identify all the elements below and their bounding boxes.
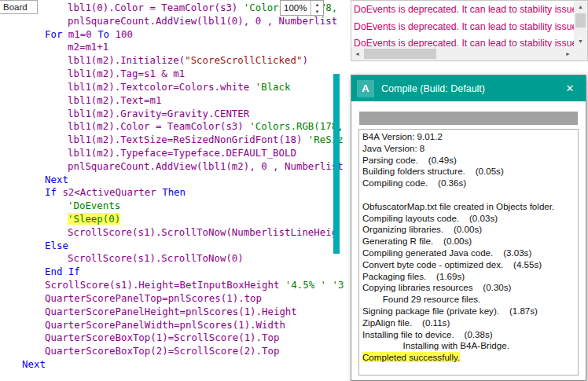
zoom-up-button[interactable]: ▲ [311,1,323,8]
code-line[interactable]: QuarterScorePanelWidth=pnlScores(1).Widt… [0,319,344,332]
zoom-spinner-arrows: ▲ ▼ [311,1,323,15]
code-line[interactable]: If s2<ActiveQuarter Then [0,186,344,200]
code-segment: QuarterScoreBoxTop(1)=ScrollScore(1).Top [45,332,279,343]
code-segment: pnlSquareCount.AddView(lbl1(m2), 0 , Num… [68,160,344,172]
code-segment: lbl1(0).Color = TeamColor(s3) [68,2,244,13]
compile-log-line: Packaging files. (1.69s) [362,271,575,283]
code-line[interactable]: Next [0,358,344,372]
b4a-logo-icon: A [357,80,374,97]
warnings-log-panel: DoEvents is deprecated. It can lead to s… [351,0,588,61]
code-segment: pnlSquareCount.AddView(lbl1(0), 0 , Numb… [68,15,337,27]
code-line[interactable]: pnlSquareCount.AddView(lbl1(0), 0 , Numb… [0,15,344,28]
code-segment: If [45,186,57,198]
code-line[interactable]: QuarterScoreBoxTop(2)=ScrollScore(2).Top [0,345,344,358]
compile-log-line: Compiling layouts code. (0.03s) [362,213,575,225]
module-tab-board[interactable]: Board [0,0,38,14]
compile-progress-bar [359,112,578,125]
code-segment: lbl1(m2).Typeface=Typeface.DEFAULT_BOLD [68,147,296,159]
code-line[interactable]: 'Sleep(0) [0,213,344,226]
code-segment: lbl1(m2).Initialize( [68,54,185,66]
b4a-ide-screen: lbl1(0).Color = TeamColor(s3) 'Colors.RG… [0,0,588,381]
code-line[interactable]: ScrollScore(s1).ScrollToNow(NumberlistLi… [0,226,344,240]
scrollbar-corner [574,47,587,60]
compile-log-line: Java Version: 8 [362,143,575,155]
code-line[interactable]: lbl1(m2).TextSize=ReSizedNonGridFont(18)… [0,134,344,147]
scroll-up-icon[interactable]: ▲ [574,1,587,13]
code-line[interactable]: QuarterScoreBoxTop(1)=ScrollScore(1).Top [0,332,344,345]
compile-log-line: Parsing code. (0.49s) [362,155,575,167]
scroll-right-icon[interactable]: ► [562,47,574,60]
code-line[interactable]: End If [0,266,344,279]
code-segment: lbl1(m2).Textcolor=Colors.white [68,81,255,93]
code-segment: Else [45,240,68,251]
code-segment: 'Colors.RGB(178, [249,120,343,132]
code-line[interactable]: pnlSquareCount.AddView(lbl1(m2), 0 , Num… [0,160,344,174]
code-line[interactable]: lbl1(m2).Initialize("ScoreScrollClicked"… [0,54,344,68]
code-lines[interactable]: lbl1(0).Color = TeamColor(s3) 'Colors.RG… [0,2,344,372]
code-segment: m2=m1+1 [68,41,108,53]
code-segment: lbl1(m2).Gravity=Gravity.CENTER [68,108,249,119]
code-segment: 'Black [255,81,291,93]
compile-log-line: Installing with B4A-Bridge. [362,340,575,352]
compile-log-line: ZipAlign file. (0.11s) [362,317,575,329]
code-line[interactable]: lbl1(m2).Gravity=Gravity.CENTER [0,108,344,121]
vertical-scrollbar[interactable]: ▲ ▼ [574,1,587,47]
code-segment: lbl1(m2).Text=m1 [68,94,161,106]
code-segment: 'DoEvents [68,200,120,211]
compile-success-highlight: Completed successfully. [362,352,460,362]
code-line[interactable]: lbl1(m2).Text=m1 [0,94,344,108]
code-line[interactable]: m2=m1+1 [0,41,344,54]
code-segment: lbl1(m2).TextSize=ReSizedNonGridFont(18) [68,134,308,145]
code-segment: To [97,28,109,40]
vertical-scroll-thumb[interactable] [575,13,586,27]
code-line[interactable]: Next [0,174,344,187]
warning-log-item[interactable]: DoEvents is deprecated. It can lead to s… [354,2,574,19]
zoom-value[interactable]: 100% [281,1,311,15]
code-segment: QuarterScorePanelWidth=pnlScores(1).Widt… [45,319,285,331]
warnings-list: DoEvents is deprecated. It can lead to s… [354,2,574,47]
compile-log-line: Completed successfully. [362,352,575,364]
code-segment: ScrollScore(s1).ScrollToNow(NumberlistLi… [68,226,337,238]
compile-log-output: B4A Version: 9.01.2Java Version: 8Parsin… [358,129,579,376]
close-icon[interactable]: ✕ [560,82,580,94]
zoom-spinner[interactable]: 100% ▲ ▼ [280,0,324,16]
code-segment: 100 [109,28,133,40]
warning-log-item[interactable]: DoEvents is deprecated. It can lead to s… [354,35,574,47]
code-segment: m1=0 [62,28,97,40]
warning-log-item[interactable]: DoEvents is deprecated. It can lead to s… [354,19,574,36]
code-segment: ) [302,54,307,66]
code-line[interactable]: ScrollScore(s1).ScrollToNow(0) [0,252,344,266]
compile-log-line: Convert byte code - optimized dex. (4.55… [362,259,575,271]
code-line[interactable]: lbl1(m2).Typeface=Typeface.DEFAULT_BOLD [0,147,344,160]
code-line[interactable]: lbl1(m2).Textcolor=Colors.white 'Black [0,81,344,94]
compile-log-line: Compiling generated Java code. (3.03s) [362,247,575,259]
code-line[interactable]: ScrollScore(s1).Height=BetInputBoxHeight… [0,279,344,292]
code-line[interactable]: QuarterScorePanelHeight=pnlScores(1).Hei… [0,306,344,319]
horizontal-scroll-thumb[interactable] [364,49,436,59]
code-line[interactable]: For m1=0 To 100 [0,28,344,42]
horizontal-scrollbar[interactable]: ◄ ► [351,47,574,60]
code-segment: End If [45,266,80,277]
code-line[interactable]: QuarterScorePanelTop=pnlScores(1).top [0,292,344,306]
code-line[interactable]: lbl1(m2).Tag=s1 & m1 [0,68,344,81]
scroll-down-icon[interactable]: ▼ [574,35,587,47]
code-segment: QuarterScorePanelTop=pnlScores(1).top [45,292,262,304]
code-line[interactable]: Else [0,240,344,253]
highlighted-code-segment: 'Sleep(0) [68,213,120,225]
compile-dialog-header[interactable]: A Compile (Build: Default) ✕ [351,75,586,101]
code-segment: Next [22,358,46,370]
compile-dialog-title: Compile (Build: Default) [381,83,560,94]
code-segment: For [45,28,62,40]
compile-log-line: Generating R file. (0.00s) [362,236,575,247]
code-segment: QuarterScorePanelHeight=pnlScores(1).Hei… [45,306,297,317]
scroll-left-icon[interactable]: ◄ [351,47,363,60]
code-line[interactable]: 'DoEvents [0,200,344,213]
editor-change-indicator[interactable] [333,74,340,254]
code-segment: lbl1(m2).Tag=s1 & m1 [68,68,185,79]
zoom-down-button[interactable]: ▼ [311,8,323,15]
compile-log-line: Compiling code. (0.36s) [362,178,575,189]
code-line[interactable]: lbl1(m2).Color = TeamColor(s3) 'Colors.R… [0,120,344,134]
compile-log-line: Copying libraries resources (0.30s) [362,282,575,294]
compile-log-line: ObfuscatorMap.txt file created in Object… [362,201,575,213]
code-editor[interactable]: lbl1(0).Color = TeamColor(s3) 'Colors.RG… [0,0,344,381]
